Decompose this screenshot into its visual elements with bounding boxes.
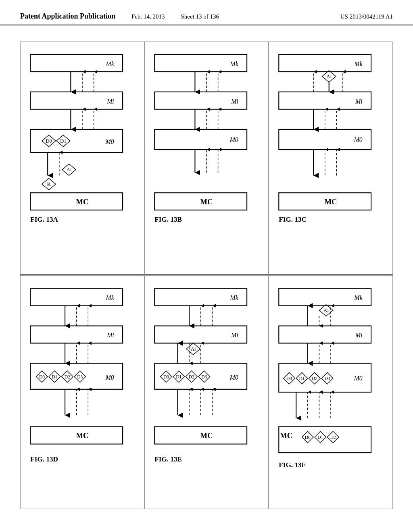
svg-text:M0: M0 bbox=[354, 136, 363, 143]
svg-text:MC: MC bbox=[200, 197, 213, 206]
svg-text:M0: M0 bbox=[229, 136, 238, 143]
svg-text:D1: D1 bbox=[299, 376, 305, 381]
main-content: Mk Mi D0 D bbox=[0, 25, 413, 525]
svg-text:MC: MC bbox=[76, 197, 89, 206]
svg-text:D0: D0 bbox=[39, 374, 45, 379]
header-sheet: Sheet 13 of 136 bbox=[181, 13, 219, 20]
svg-text:D0: D0 bbox=[305, 435, 311, 440]
svg-text:M0: M0 bbox=[354, 375, 363, 382]
svg-text:Ai: Ai bbox=[326, 74, 332, 79]
fig-13b-cell: Mk Mi M0 MC FIG. 13B bbox=[144, 42, 269, 275]
fig-13f-cell: Mk Ai Mi D0 D1 bbox=[269, 275, 393, 509]
svg-text:Mi: Mi bbox=[106, 332, 114, 339]
svg-text:Ai: Ai bbox=[67, 167, 72, 172]
header-date: Feb. 14, 2013 bbox=[131, 13, 165, 20]
svg-text:D3: D3 bbox=[324, 376, 330, 381]
svg-text:Mi: Mi bbox=[231, 332, 238, 339]
svg-text:D0: D0 bbox=[163, 374, 169, 379]
svg-text:D1: D1 bbox=[317, 435, 323, 440]
svg-text:Mi: Mi bbox=[231, 98, 238, 105]
svg-text:Mi: Mi bbox=[355, 98, 362, 105]
svg-text:D2: D2 bbox=[189, 374, 194, 379]
svg-text:Ai: Ai bbox=[191, 346, 196, 352]
svg-text:FIG. 13A: FIG. 13A bbox=[30, 216, 58, 223]
svg-text:MC: MC bbox=[280, 431, 292, 440]
svg-text:FIG. 13F: FIG. 13F bbox=[279, 461, 306, 469]
svg-text:D1: D1 bbox=[60, 138, 67, 144]
svg-text:D0: D0 bbox=[46, 138, 52, 144]
svg-text:FIG. 13E: FIG. 13E bbox=[154, 455, 182, 463]
svg-text:D2: D2 bbox=[330, 435, 336, 440]
fig-13a-cell: Mk Mi D0 D bbox=[20, 42, 144, 275]
svg-text:D3: D3 bbox=[201, 374, 207, 379]
svg-text:D2: D2 bbox=[65, 374, 70, 379]
fig-13c-cell: Mk Ai Mi M0 bbox=[269, 42, 393, 275]
svg-text:FIG. 13C: FIG. 13C bbox=[279, 216, 307, 223]
svg-text:D0: D0 bbox=[286, 376, 292, 381]
svg-text:D2: D2 bbox=[312, 376, 317, 381]
svg-text:FIG. 13B: FIG. 13B bbox=[154, 216, 182, 223]
header-patent: US 2013/0042119 A1 bbox=[340, 13, 393, 20]
svg-text:D1: D1 bbox=[176, 374, 181, 379]
svg-text:D1: D1 bbox=[52, 374, 57, 379]
svg-text:Mk: Mk bbox=[230, 294, 239, 301]
svg-text:MC: MC bbox=[76, 431, 89, 440]
svg-text:Mk: Mk bbox=[230, 60, 239, 67]
svg-text:Mk: Mk bbox=[354, 60, 363, 67]
svg-text:M0: M0 bbox=[105, 374, 114, 381]
svg-text:FIG. 13D: FIG. 13D bbox=[30, 455, 58, 463]
svg-text:Mk: Mk bbox=[106, 60, 115, 67]
svg-text:R: R bbox=[47, 181, 51, 187]
fig-13d-cell: Mk Mi D0 D1 D2 bbox=[20, 275, 144, 509]
svg-text:D3: D3 bbox=[77, 374, 83, 379]
svg-text:Ai: Ai bbox=[323, 308, 329, 313]
svg-text:Mk: Mk bbox=[354, 294, 363, 301]
svg-rect-144 bbox=[279, 427, 371, 453]
svg-text:MC: MC bbox=[325, 197, 337, 206]
header-title: Patent Application Publication bbox=[20, 12, 115, 21]
svg-text:Mi: Mi bbox=[355, 332, 362, 339]
svg-text:M0: M0 bbox=[229, 374, 238, 381]
fig-13e-cell: Mk Mi Ai D0 D1 D2 bbox=[144, 275, 269, 509]
header: Patent Application Publication Feb. 14, … bbox=[0, 0, 413, 25]
svg-text:Mk: Mk bbox=[106, 294, 115, 301]
svg-text:M0: M0 bbox=[105, 138, 114, 145]
svg-text:Mi: Mi bbox=[106, 98, 114, 105]
svg-text:MC: MC bbox=[200, 431, 213, 440]
